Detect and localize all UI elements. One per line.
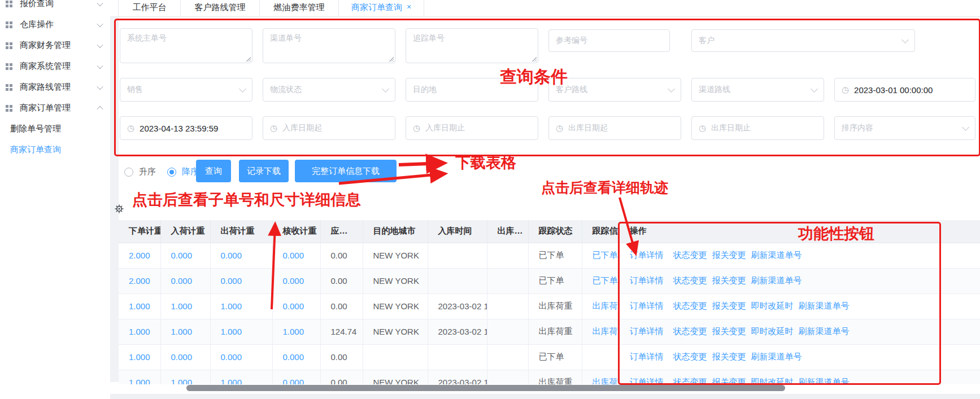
tracking-no-textarea[interactable]: 追踪单号 xyxy=(406,28,538,63)
order-weight-link[interactable]: 1.000 xyxy=(129,352,150,362)
outbound-weight-link[interactable]: 1.000 xyxy=(221,301,242,311)
op-link[interactable]: 报关变更 xyxy=(712,301,746,310)
customer-select[interactable]: 客户 xyxy=(691,29,915,52)
query-button[interactable]: 查询 xyxy=(196,160,231,182)
tab-close-icon[interactable]: × xyxy=(407,2,411,11)
verified-weight-link[interactable]: 0.000 xyxy=(283,251,304,260)
sales-select[interactable]: 销售 xyxy=(120,78,252,102)
op-link[interactable]: 状态变更 xyxy=(673,301,707,310)
inbound-weight-link[interactable]: 0.000 xyxy=(171,276,193,286)
op-link[interactable]: 状态变更 xyxy=(673,250,707,260)
op-link[interactable]: 报关变更 xyxy=(712,377,746,384)
descending-radio[interactable]: 降序 xyxy=(167,166,199,177)
verified-weight-link[interactable]: 0.000 xyxy=(283,276,304,286)
sidebar-item-merchant-order[interactable]: 商家订单管理 xyxy=(0,98,110,119)
sidebar-subitem-merchant-order-query[interactable]: 商家订单查询 xyxy=(0,139,110,160)
tracking-info-link[interactable]: 已下单 xyxy=(593,250,618,260)
ascending-radio[interactable]: 升序 xyxy=(124,166,156,177)
sidebar-item-warehouse-ops[interactable]: 仓库操作 xyxy=(0,14,110,35)
customer-route-select[interactable]: 客户路线 xyxy=(548,78,681,102)
verified-weight-link[interactable]: 0.000 xyxy=(283,378,304,384)
op-link[interactable]: 即时改延时 xyxy=(751,301,794,310)
channel-order-no-textarea[interactable]: 渠道单号 xyxy=(263,28,395,63)
tab-fuel-rate[interactable]: 燃油费率管理 xyxy=(259,0,338,17)
order-weight-link[interactable]: 1.000 xyxy=(129,301,150,311)
outbound-weight-link[interactable]: 1.000 xyxy=(221,378,242,384)
sort-content-select[interactable]: 排序内容 xyxy=(834,116,975,140)
op-link[interactable]: 报关变更 xyxy=(712,326,746,336)
end-time-picker[interactable]: ◷2023-04-13 23:59:59 xyxy=(120,116,252,140)
fee-cell: 0.00 xyxy=(320,344,363,370)
tab-customer-route[interactable]: 客户路线管理 xyxy=(180,0,259,17)
inbound-date-to-picker[interactable]: ◷入库日期止 xyxy=(406,116,538,140)
op-link[interactable]: 订单详情 xyxy=(630,326,664,336)
tab-merchant-order-query[interactable]: 商家订单查询 × xyxy=(338,0,424,17)
verified-weight-link[interactable]: 0.000 xyxy=(283,352,304,362)
scrollbar-thumb[interactable] xyxy=(186,385,785,391)
op-link[interactable]: 订单详情 xyxy=(630,377,664,384)
order-weight-link[interactable]: 2.000 xyxy=(129,251,150,260)
op-link[interactable]: 刷新渠道单号 xyxy=(751,275,802,285)
inbound-weight-link[interactable]: 1.000 xyxy=(171,378,193,384)
reference-no-input[interactable]: 参考编号 xyxy=(548,29,670,52)
outbound-weight-link[interactable]: 1.000 xyxy=(221,327,242,336)
outbound-date-to-picker[interactable]: ◷出库日期止 xyxy=(691,116,824,140)
op-link[interactable]: 即时改延时 xyxy=(751,377,794,384)
resize-handle-icon[interactable] xyxy=(532,56,537,62)
op-link[interactable]: 订单详情 xyxy=(630,301,664,310)
tracking-info-link[interactable]: 出库荷重 xyxy=(593,301,620,310)
grid-menu-icon xyxy=(5,104,13,112)
op-link[interactable]: 订单详情 xyxy=(630,275,664,285)
inbound-date-from-picker[interactable]: ◷入库日期起 xyxy=(263,116,395,140)
settings-gear-icon[interactable] xyxy=(115,204,124,216)
sidebar-subitem-delete-order-no[interactable]: 删除单号管理 xyxy=(0,119,110,139)
op-link[interactable]: 状态变更 xyxy=(673,352,707,361)
outbound-weight-link[interactable]: 0.000 xyxy=(221,251,242,260)
verified-weight-link[interactable]: 0.000 xyxy=(283,301,304,311)
op-link[interactable]: 刷新渠道单号 xyxy=(799,377,850,384)
outbound-date-from-picker[interactable]: ◷出库日期起 xyxy=(548,116,681,140)
inbound-weight-link[interactable]: 1.000 xyxy=(171,327,193,336)
op-link[interactable]: 报关变更 xyxy=(712,352,746,361)
chevron-down-icon xyxy=(97,20,103,27)
op-link[interactable]: 状态变更 xyxy=(673,377,707,384)
inbound-weight-link[interactable]: 1.000 xyxy=(171,301,193,311)
op-link[interactable]: 状态变更 xyxy=(673,275,707,285)
tracking-info-link[interactable]: 出库荷重 xyxy=(593,326,620,336)
op-link[interactable]: 即时改延时 xyxy=(751,326,794,336)
record-download-button[interactable]: 记录下载 xyxy=(239,160,289,182)
resize-handle-icon[interactable] xyxy=(389,56,394,62)
logistics-status-select[interactable]: 物流状态 xyxy=(263,78,395,102)
sidebar-item-merchant-route[interactable]: 商家路线管理 xyxy=(0,77,110,98)
order-weight-link[interactable]: 1.000 xyxy=(129,327,150,336)
inbound-weight-link[interactable]: 0.000 xyxy=(171,352,193,362)
tracking-info-link[interactable]: 已下单 xyxy=(593,275,618,285)
horizontal-scrollbar[interactable] xyxy=(119,384,977,392)
order-weight-link[interactable]: 2.000 xyxy=(129,276,150,286)
outbound-weight-link[interactable]: 0.000 xyxy=(221,276,242,286)
op-link[interactable]: 报关变更 xyxy=(712,250,746,260)
channel-route-select[interactable]: 渠道路线 xyxy=(691,78,824,102)
full-order-download-button[interactable]: 完整订单信息下载 xyxy=(295,160,397,182)
op-link[interactable]: 报关变更 xyxy=(712,275,746,285)
op-link[interactable]: 刷新渠道单号 xyxy=(799,301,850,310)
op-link[interactable]: 订单详情 xyxy=(630,250,664,260)
resize-handle-icon[interactable] xyxy=(246,56,251,62)
sidebar-item-quote-query[interactable]: 报价查询 xyxy=(0,0,110,14)
main-order-no-textarea[interactable]: 系统主单号 xyxy=(120,28,252,63)
op-link[interactable]: 刷新渠道单号 xyxy=(751,352,802,361)
op-link[interactable]: 状态变更 xyxy=(673,326,707,336)
op-link[interactable]: 订单详情 xyxy=(630,352,664,361)
destination-input[interactable]: 目的地 xyxy=(406,78,538,102)
op-link[interactable]: 刷新渠道单号 xyxy=(751,250,802,260)
order-weight-link[interactable]: 1.000 xyxy=(129,378,150,384)
outbound-weight-link[interactable]: 0.000 xyxy=(221,352,242,362)
sidebar-item-merchant-system[interactable]: 商家系统管理 xyxy=(0,56,110,77)
op-link[interactable]: 刷新渠道单号 xyxy=(799,326,850,336)
start-time-picker[interactable]: ◷2023-03-01 00:00:00 xyxy=(834,78,975,102)
tracking-info-link[interactable]: 出库荷重 xyxy=(593,377,620,384)
tab-workbench[interactable]: 工作平台 xyxy=(118,0,180,17)
sidebar-item-merchant-finance[interactable]: 商家财务管理 xyxy=(0,35,110,56)
inbound-weight-link[interactable]: 0.000 xyxy=(171,251,193,260)
verified-weight-link[interactable]: 1.000 xyxy=(283,327,304,336)
